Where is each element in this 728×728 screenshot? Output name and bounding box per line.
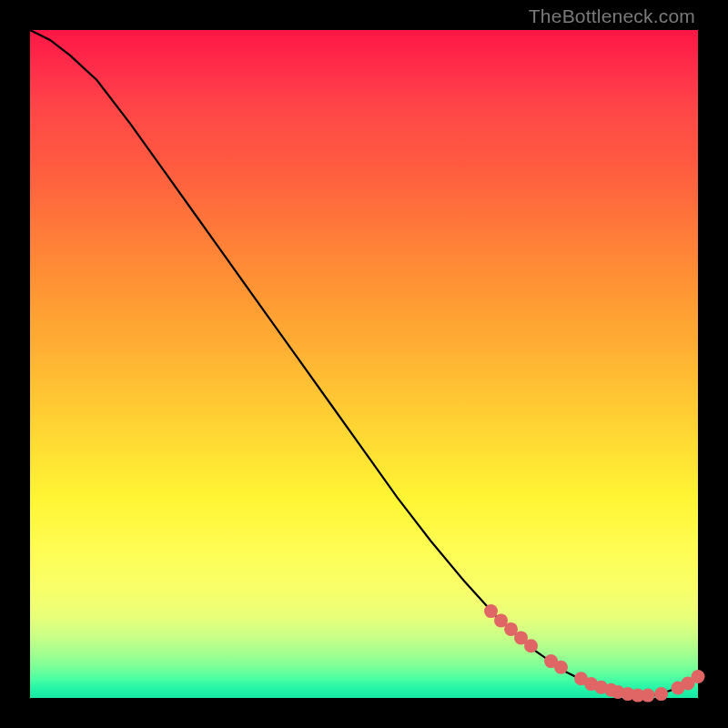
data-point (642, 689, 655, 703)
curve-line (30, 30, 698, 696)
chart-frame: TheBottleneck.com (0, 0, 728, 728)
chart-overlay (30, 30, 698, 698)
watermark-text: TheBottleneck.com (529, 5, 695, 27)
data-point (484, 604, 498, 618)
data-point (524, 639, 538, 652)
curve-markers (484, 604, 705, 703)
data-point (654, 687, 668, 701)
data-point (692, 670, 705, 683)
data-point (554, 661, 568, 674)
